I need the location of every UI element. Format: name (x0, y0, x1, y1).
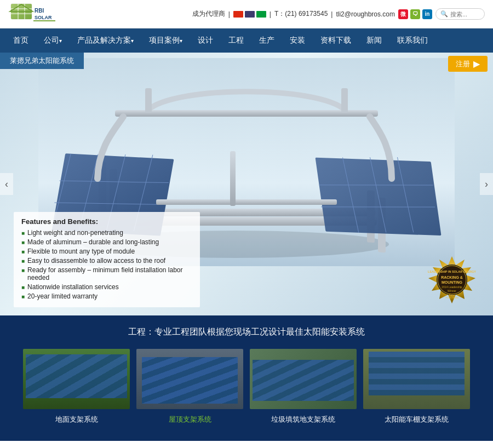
feature-bullet-6: ■ (21, 284, 25, 290)
feature-3: ■ Flexible to mount any type of module (21, 248, 192, 255)
feature-6: ■ Nationwide installation services (21, 283, 192, 291)
gallery: 地面支架系统 屋顶支架系统 垃圾填筑地支架系统 太阳能车棚支架系统 (0, 349, 493, 424)
award-badge: LEADERSHIP IN SOLAR ENERGY RACKING & MOU… (427, 255, 477, 305)
hero-next-button[interactable]: › (480, 173, 493, 195)
svg-text:RBI: RBI (35, 8, 44, 14)
feature-bullet-5: ■ (21, 267, 25, 273)
hero-prev-button[interactable]: ‹ (0, 173, 13, 195)
flag-cn[interactable] (233, 11, 243, 18)
hero-label: 莱摁兄弟太阳能系统 (0, 53, 84, 69)
feature-text-3: Flexible to mount any type of module (27, 248, 135, 255)
nav-projects[interactable]: 项目案例 (141, 28, 190, 53)
features-title: Features and Benefits: (21, 217, 192, 226)
svg-text:LEADERSHIP IN SOLAR ENERGY: LEADERSHIP IN SOLAR ENERGY (428, 270, 476, 273)
feature-text-6: Nationwide installation services (27, 283, 119, 291)
svg-text:Power World: Power World (446, 296, 458, 299)
logo[interactable]: RBI SOLAR (8, 3, 58, 26)
phone-number: T：(21) 69173545 (274, 9, 328, 19)
nav-production[interactable]: 生产 (251, 28, 282, 53)
feature-text-1: Light weight and non-penetrating (27, 229, 123, 237)
flag-us[interactable] (245, 11, 255, 18)
feature-7: ■ 20-year limited warranty (21, 292, 192, 300)
svg-rect-9 (33, 20, 55, 21)
nav-home[interactable]: 首页 (5, 28, 36, 53)
nav-bar: 首页 公司 产品及解决方案 项目案例 设计 工程 生产 安装 资料下载 新闻 联… (0, 28, 493, 53)
svg-text:RACKING &: RACKING & (441, 275, 463, 279)
logo-area: RBI SOLAR (8, 3, 58, 26)
flag-br[interactable] (256, 11, 266, 18)
register-label: 注册 (456, 59, 470, 69)
separator1: | (228, 10, 230, 18)
nav-design[interactable]: 设计 (190, 28, 221, 53)
separator3: | (331, 10, 333, 18)
feature-text-4: Easy to disassemble to allow access to t… (27, 257, 165, 265)
feature-text-2: Made of aluminum – durable and long-last… (27, 238, 159, 246)
svg-text:Winner: Winner (448, 289, 456, 292)
feature-bullet-7: ■ (21, 294, 25, 300)
feature-text-5: Ready for assembly – minimum field insta… (27, 266, 192, 282)
gallery-label-roof: 屋顶支架系统 (169, 415, 211, 424)
register-button[interactable]: 注册 ▶ (448, 56, 488, 72)
language-flags[interactable] (233, 11, 266, 18)
separator2: | (270, 10, 271, 18)
nav-news[interactable]: 新闻 (359, 28, 389, 53)
features-panel: Features and Benefits: ■ Light weight an… (14, 212, 200, 307)
bottom-section: 工程：专业工程团队根据您现场工况设计最佳太阳能安装系统 地面支架系统 屋顶支架系… (0, 315, 493, 441)
feature-5: ■ Ready for assembly – minimum field ins… (21, 266, 192, 282)
hero-section: 莱摁兄弟太阳能系统 注册 ▶ ‹ › (0, 53, 493, 315)
social-icons: 微 🗨 in (398, 9, 432, 19)
top-contact-info: 成为代理商 | | T：(21) 69173545 | tli2@roughbr… (192, 8, 485, 20)
nav-engineering[interactable]: 工程 (221, 28, 251, 53)
gallery-img-roof (136, 349, 243, 409)
gallery-img-ground (23, 349, 130, 409)
svg-text:MOUNTING: MOUNTING (442, 280, 463, 284)
gallery-img-landfill (250, 349, 357, 409)
become-agent-text: 成为代理商 (192, 9, 225, 19)
wechat-icon[interactable]: 🗨 (410, 9, 420, 19)
search-input[interactable] (450, 11, 483, 18)
top-bar: RBI SOLAR 成为代理商 | | T：(21) 69173545 | tl… (0, 0, 493, 28)
feature-bullet-4: ■ (21, 258, 25, 264)
feature-bullet-1: ■ (21, 230, 25, 236)
gallery-item-carport[interactable]: 太阳能车棚支架系统 (363, 349, 470, 424)
weibo-icon[interactable]: 微 (398, 9, 408, 19)
nav-company[interactable]: 公司 (36, 28, 70, 53)
linkedin-icon[interactable]: in (422, 9, 432, 19)
svg-rect-35 (230, 151, 236, 206)
svg-rect-31 (115, 110, 378, 117)
gallery-item-roof[interactable]: 屋顶支架系统 (136, 349, 243, 424)
svg-rect-33 (341, 88, 348, 113)
gallery-item-ground[interactable]: 地面支架系统 (23, 349, 130, 424)
gallery-label-ground: 地面支架系统 (55, 415, 98, 424)
gallery-item-landfill[interactable]: 垃圾填筑地支架系统 (250, 349, 357, 424)
svg-text:SOLAR: SOLAR (35, 15, 52, 20)
gallery-img-carport (363, 349, 470, 409)
email-address: tli2@roughbros.com (336, 10, 395, 18)
bottom-title: 工程：专业工程团队根据您现场工况设计最佳太阳能安装系统 (0, 326, 493, 338)
svg-rect-34 (156, 199, 337, 205)
nav-products[interactable]: 产品及解决方案 (70, 28, 141, 53)
search-icon: 🔍 (440, 10, 448, 18)
feature-4: ■ Easy to disassemble to allow access to… (21, 257, 192, 265)
feature-2: ■ Made of aluminum – durable and long-la… (21, 238, 192, 246)
nav-contact[interactable]: 联系我们 (389, 28, 435, 53)
feature-bullet-3: ■ (21, 249, 25, 255)
svg-text:2014 Leadership: 2014 Leadership (442, 285, 462, 289)
register-arrow-icon: ▶ (473, 59, 480, 69)
search-box[interactable]: 🔍 (435, 8, 485, 20)
gallery-label-landfill: 垃圾填筑地支架系统 (271, 415, 335, 424)
nav-downloads[interactable]: 资料下载 (313, 28, 359, 53)
svg-rect-32 (145, 88, 152, 113)
feature-bullet-2: ■ (21, 239, 25, 245)
feature-text-7: 20-year limited warranty (27, 292, 98, 300)
feature-1: ■ Light weight and non-penetrating (21, 229, 192, 237)
gallery-label-carport: 太阳能车棚支架系统 (385, 415, 449, 424)
nav-installation[interactable]: 安装 (282, 28, 313, 53)
